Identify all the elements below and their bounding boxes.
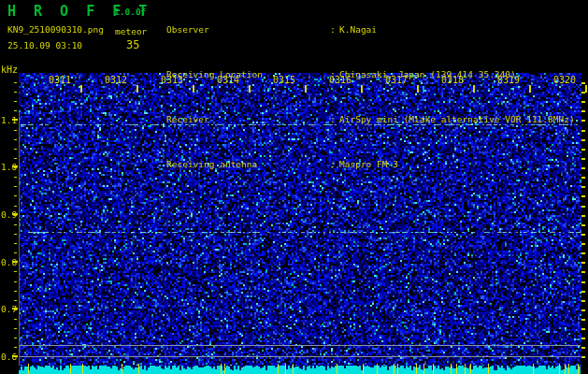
info-value: Maspro FM-3 <box>339 159 398 170</box>
hrofft-window: H R O F F T 1.0.0f KN9_2510090310.png me… <box>0 0 588 374</box>
time-tick-label: 0318 <box>441 75 464 85</box>
info-separator: : <box>330 114 339 125</box>
info-label: Observer <box>166 24 330 36</box>
info-label: Receiving Location <box>166 69 330 80</box>
info-separator: : <box>330 159 339 170</box>
frequency-axis-unit: kHz <box>1 65 18 75</box>
time-tick-label: 0311 <box>49 75 71 85</box>
time-tick-label: 0315 <box>273 75 295 85</box>
info-label: Receiving antenna <box>166 159 330 170</box>
frequency-tick-label: 0.7 <box>1 304 17 314</box>
time-tick-label: 0313 <box>161 75 183 85</box>
time-tick-label: 0314 <box>217 75 239 85</box>
info-row: Receiving antenna : Maspro FM-3 <box>166 159 575 170</box>
info-row: Receiver : AirSpy mini (Miake alternativ… <box>166 114 575 125</box>
info-separator: : <box>330 24 339 36</box>
receiver-info-block: Observer : K.Nagai Receiving Location : … <box>166 2 575 181</box>
time-tick-label: 0316 <box>329 75 351 85</box>
info-value: AirSpy mini (Miake alternative VOR 111.8… <box>339 114 575 125</box>
time-tick-label: 0319 <box>497 75 520 85</box>
meteor-count-label: meteor <box>115 26 147 36</box>
frequency-tick-label: 0.6 <box>1 352 17 362</box>
time-tick-label: 0312 <box>105 75 127 85</box>
info-value: K.Nagai <box>339 24 377 36</box>
output-filename: KN9_2510090310.png <box>7 24 104 35</box>
time-tick-label: 0320 <box>553 75 576 85</box>
meteor-count-value: 35 <box>126 38 139 51</box>
frequency-tick-label: 1.1 <box>1 115 17 125</box>
frequency-tick-label: 0.8 <box>1 257 17 267</box>
info-label: Receiver <box>166 114 330 125</box>
app-version: 1.0.0f <box>114 7 146 17</box>
time-tick-label: 0317 <box>385 75 408 85</box>
info-row: Observer : K.Nagai <box>166 24 575 36</box>
frequency-tick-label: 0.9 <box>1 209 17 220</box>
info-value: Chigasaki, Japan (139.414 35.340) <box>339 69 516 80</box>
frequency-tick-label: 1.0 <box>1 162 17 172</box>
observation-datetime: 25.10.09 03:10 <box>7 40 82 50</box>
